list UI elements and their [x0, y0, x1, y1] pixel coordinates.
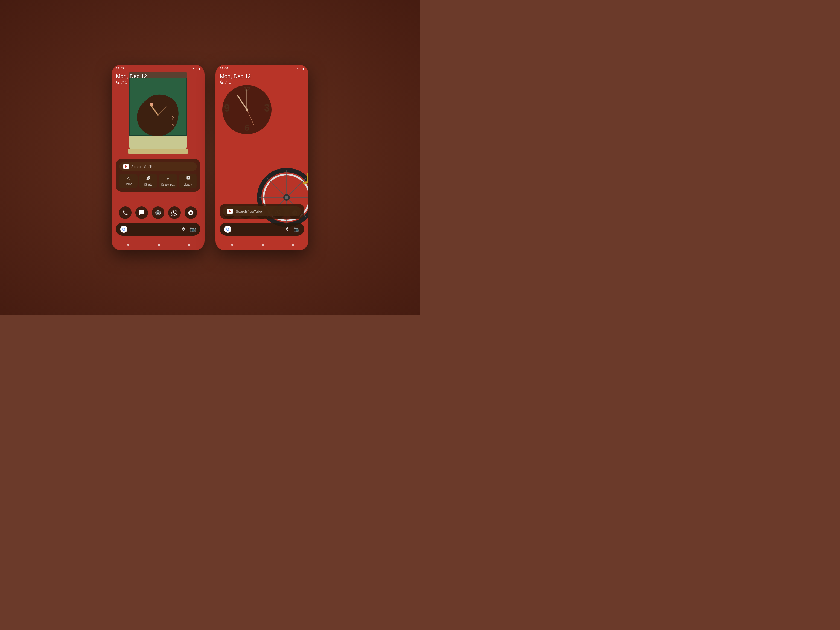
- status-time-2: 11:00: [220, 66, 228, 70]
- svg-text:9: 9: [224, 102, 230, 114]
- mic-icon-1[interactable]: 🎙: [181, 226, 186, 232]
- weather-temp-1: 🌤 7°C: [116, 80, 147, 84]
- yt-nav-shorts-1[interactable]: Shorts: [139, 174, 158, 188]
- battery-icon-1: ▮: [199, 67, 200, 70]
- battery-icon-2: ▮: [302, 67, 304, 70]
- shorts-icon-1: [146, 176, 151, 182]
- home-button-1[interactable]: [158, 244, 160, 246]
- svg-point-26: [246, 108, 248, 111]
- dock-apps-1: [112, 207, 205, 219]
- yt-nav-home-1[interactable]: ⌂ Home: [119, 174, 137, 188]
- youtube-play-icon-1: [125, 165, 128, 168]
- svg-text:3: 3: [264, 102, 270, 114]
- home-button-2[interactable]: [262, 244, 264, 246]
- yt-library-label-1: Library: [183, 183, 192, 186]
- yt-subscriptions-label-1: Subscript...: [161, 183, 175, 186]
- svg-point-7: [157, 212, 159, 213]
- svg-point-3: [157, 114, 159, 116]
- clock-face-svg: 12 3 6 9: [221, 84, 273, 136]
- yt-home-label-1: Home: [125, 183, 132, 186]
- camera-icon-2[interactable]: 📷: [294, 226, 300, 232]
- phone-2: 11:00 ▲ 4 ▮ Mon, Dec 12 🌤 7°C 12 3: [215, 65, 308, 251]
- youtube-logo-2: [227, 209, 233, 213]
- youtube-play-icon-2: [229, 210, 231, 213]
- network-icon-2: 4: [300, 67, 301, 70]
- status-time-1: 11:02: [116, 66, 125, 70]
- nav-bar-2: ◄ ■: [215, 242, 308, 247]
- subscriptions-icon-1: [166, 176, 171, 182]
- yt-nav-subscriptions-1[interactable]: Subscript...: [159, 174, 177, 188]
- dock-whatsapp-1[interactable]: [168, 207, 181, 219]
- status-icons-1: ▲ 4 ▮: [192, 67, 200, 70]
- temperature-1: 7°C: [121, 80, 128, 84]
- status-bar-1: 11:02 ▲ 4 ▮: [112, 65, 205, 72]
- bottom-bar-icons-2: 🎙 📷: [285, 226, 300, 232]
- google-search-bar-1[interactable]: G 🎙 📷: [116, 223, 200, 236]
- google-search-bar-2[interactable]: G 🎙 📷: [220, 223, 304, 236]
- dock-chrome-1[interactable]: [152, 207, 164, 219]
- recents-button-1[interactable]: ■: [188, 242, 191, 247]
- bottom-bar-icons-1: 🎙 📷: [181, 226, 196, 232]
- youtube-search-text-2[interactable]: Search YouTube: [236, 210, 262, 213]
- back-button-1[interactable]: ◄: [126, 242, 130, 247]
- signal-icon-1: ▲: [192, 67, 195, 70]
- svg-rect-17: [307, 173, 308, 182]
- youtube-widget-1[interactable]: Search YouTube ⌂ Home Shorts: [116, 159, 200, 192]
- nav-bar-1: ◄ ■: [112, 242, 205, 247]
- dock-pinwheel-1[interactable]: [185, 207, 197, 219]
- svg-text:Mon 12: Mon 12: [171, 116, 174, 126]
- clock-widget-2: 12 3 6 9: [221, 84, 273, 137]
- bike-wheel-2: [256, 167, 308, 229]
- clock-widget-1: Mon 12: [135, 92, 181, 139]
- signal-icon-2: ▲: [296, 67, 299, 70]
- phone-1-container: 11:02 ▲ 4 ▮ Mon, Dec 12 🌤 7°C: [112, 65, 205, 251]
- status-icons-2: ▲ 4 ▮: [296, 67, 304, 70]
- dock-phone-1[interactable]: [119, 207, 131, 219]
- library-icon-1: [185, 176, 190, 182]
- clock-svg-1: Mon 12: [135, 92, 181, 138]
- youtube-search-bar-2[interactable]: Search YouTube: [223, 207, 301, 216]
- youtube-search-text-1[interactable]: Search YouTube: [131, 164, 158, 169]
- back-button-2[interactable]: ◄: [229, 242, 234, 247]
- youtube-logo-1: [123, 164, 129, 169]
- weather-icon-1: 🌤: [116, 80, 120, 84]
- mic-icon-2[interactable]: 🎙: [285, 226, 290, 232]
- yt-shorts-label-1: Shorts: [144, 183, 152, 186]
- youtube-widget-2[interactable]: Search YouTube: [220, 204, 304, 219]
- weather-date-2: Mon, Dec 12: [220, 73, 251, 80]
- recents-button-2[interactable]: ■: [292, 242, 294, 247]
- weather-date-1: Mon, Dec 12: [116, 73, 147, 80]
- status-bar-2: 11:00 ▲ 4 ▮: [215, 65, 308, 72]
- dock-messages-1[interactable]: [135, 207, 148, 219]
- network-icon-1: 4: [196, 67, 197, 70]
- svg-point-15: [285, 196, 288, 199]
- svg-text:6: 6: [245, 123, 249, 133]
- camera-icon-1[interactable]: 📷: [190, 226, 196, 232]
- weather-widget-1: Mon, Dec 12 🌤 7°C: [116, 73, 147, 84]
- google-logo-1: G: [120, 226, 128, 233]
- google-logo-2: G: [224, 226, 231, 233]
- weather-widget-2: Mon, Dec 12 🌤 7°C: [220, 73, 251, 84]
- phone-2-container: 11:00 ▲ 4 ▮ Mon, Dec 12 🌤 7°C 12 3: [215, 65, 308, 251]
- phone-1: 11:02 ▲ 4 ▮ Mon, Dec 12 🌤 7°C: [112, 65, 205, 251]
- window-sill: [128, 149, 188, 154]
- home-icon-1: ⌂: [127, 176, 130, 182]
- yt-nav-library-1[interactable]: Library: [179, 174, 197, 188]
- youtube-nav-grid-1: ⌂ Home Shorts Subscript...: [119, 174, 197, 188]
- youtube-search-bar-1[interactable]: Search YouTube: [119, 162, 197, 171]
